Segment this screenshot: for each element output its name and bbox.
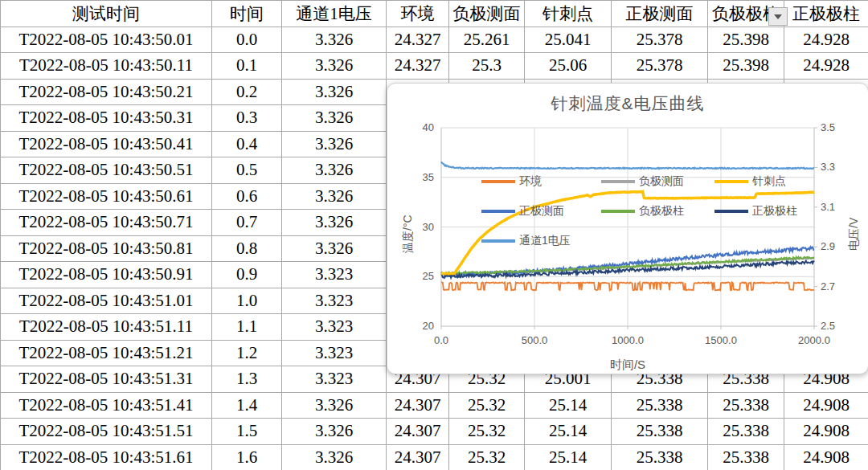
legend-item[interactable]: 正极测面 (481, 204, 564, 219)
table-cell[interactable]: T2022-08-05 10:43:51.31 (1, 366, 212, 393)
table-cell[interactable]: 25.338 (612, 444, 708, 470)
table-cell[interactable]: 3.323 (282, 262, 387, 288)
table-cell[interactable]: 3.323 (282, 340, 387, 366)
legend-item[interactable]: 针刺点 (714, 174, 786, 189)
table-cell[interactable]: 24.908 (784, 392, 868, 419)
table-cell[interactable]: T2022-08-05 10:43:51.11 (1, 314, 212, 341)
table-cell[interactable]: 24.307 (387, 392, 449, 419)
table-cell[interactable]: 24.327 (387, 27, 449, 53)
table-cell[interactable]: 1.3 (212, 366, 282, 393)
embedded-chart[interactable]: 针刺温度&电压曲线 温度/°C 电压/V 时间/S 40353025203.53… (387, 83, 868, 374)
legend-item[interactable]: 环境 (481, 174, 542, 189)
column-header[interactable]: 测试时间 (1, 1, 212, 27)
table-cell[interactable]: T2022-08-05 10:43:50.41 (1, 131, 212, 157)
table-cell[interactable]: T2022-08-05 10:43:50.61 (1, 183, 212, 210)
table-cell[interactable]: 1.5 (212, 419, 282, 445)
table-cell[interactable]: 3.326 (282, 419, 387, 445)
table-cell[interactable]: 3.326 (282, 444, 387, 470)
table-cell[interactable]: 1.4 (212, 392, 282, 419)
column-header[interactable]: 时间 (212, 1, 282, 27)
table-cell[interactable]: T2022-08-05 10:43:50.11 (1, 53, 212, 80)
legend-line-marker (481, 180, 515, 183)
table-cell[interactable]: 25.14 (525, 419, 612, 445)
column-header[interactable]: 正极测面 (612, 1, 708, 27)
table-cell[interactable]: T2022-08-05 10:43:50.51 (1, 157, 212, 184)
table-cell[interactable]: 24.928 (784, 27, 868, 53)
table-cell[interactable]: 25.32 (449, 444, 525, 470)
table-cell[interactable]: 3.326 (282, 131, 387, 157)
table-cell[interactable]: T2022-08-05 10:43:51.51 (1, 419, 212, 445)
legend-item[interactable]: 负极测面 (601, 174, 684, 189)
table-cell[interactable]: 24.307 (387, 444, 449, 470)
column-header[interactable]: 环境 (387, 1, 449, 27)
legend-item[interactable]: 正极极柱 (714, 204, 797, 219)
table-cell[interactable]: T2022-08-05 10:43:50.71 (1, 210, 212, 236)
table-cell[interactable]: 1.6 (212, 444, 282, 470)
table-cell[interactable]: T2022-08-05 10:43:50.31 (1, 105, 212, 132)
table-cell[interactable]: 25.398 (708, 27, 784, 53)
table-cell[interactable]: 25.14 (525, 444, 612, 470)
table-cell[interactable]: 0.0 (212, 27, 282, 53)
table-cell[interactable]: 3.326 (282, 210, 387, 236)
column-filter-button[interactable] (768, 7, 788, 26)
legend-item[interactable]: 通道1电压 (481, 234, 571, 248)
table-cell[interactable]: 25.338 (708, 444, 784, 470)
table-cell[interactable]: 1.2 (212, 340, 282, 366)
table-cell[interactable]: 3.326 (282, 53, 387, 80)
table-cell[interactable]: 24.928 (784, 53, 868, 80)
table-cell[interactable]: 3.323 (282, 288, 387, 314)
table-cell[interactable]: 25.06 (525, 53, 612, 80)
table-cell[interactable]: 0.6 (212, 183, 282, 210)
table-cell[interactable]: 25.14 (525, 392, 612, 419)
table-cell[interactable]: 24.327 (387, 53, 449, 80)
table-cell[interactable]: 25.32 (449, 392, 525, 419)
table-cell[interactable]: 24.307 (387, 419, 449, 445)
y-axis-tick-left: 35 (399, 171, 434, 183)
table-cell[interactable]: T2022-08-05 10:43:50.81 (1, 235, 212, 262)
table-cell[interactable]: 0.9 (212, 262, 282, 288)
table-cell[interactable]: 3.323 (282, 366, 387, 393)
table-cell[interactable]: 0.8 (212, 235, 282, 262)
column-header[interactable]: 正极极柱 (784, 1, 868, 27)
table-cell[interactable]: 25.378 (612, 53, 708, 80)
table-cell[interactable]: T2022-08-05 10:43:50.01 (1, 27, 212, 53)
table-cell[interactable]: 25.398 (708, 53, 784, 80)
table-cell[interactable]: T2022-08-05 10:43:50.21 (1, 79, 212, 105)
table-cell[interactable]: 25.378 (612, 27, 708, 53)
table-cell[interactable]: 3.326 (282, 105, 387, 132)
table-cell[interactable]: T2022-08-05 10:43:51.21 (1, 340, 212, 366)
table-cell[interactable]: 24.908 (784, 444, 868, 470)
table-cell[interactable]: 25.3 (449, 53, 525, 80)
table-cell[interactable]: 3.326 (282, 79, 387, 105)
table-cell[interactable]: T2022-08-05 10:43:51.41 (1, 392, 212, 419)
table-cell[interactable]: 0.7 (212, 210, 282, 236)
table-cell[interactable]: 24.908 (784, 419, 868, 445)
table-cell[interactable]: 3.326 (282, 183, 387, 210)
table-cell[interactable]: 3.326 (282, 157, 387, 184)
table-cell[interactable]: 0.2 (212, 79, 282, 105)
table-cell[interactable]: 3.326 (282, 235, 387, 262)
table-cell[interactable]: 1.0 (212, 288, 282, 314)
table-cell[interactable]: 25.338 (708, 392, 784, 419)
table-cell[interactable]: T2022-08-05 10:43:51.01 (1, 288, 212, 314)
column-header[interactable]: 通道1电压 (282, 1, 387, 27)
table-cell[interactable]: 25.261 (449, 27, 525, 53)
table-cell[interactable]: 25.338 (708, 419, 784, 445)
table-cell[interactable]: 25.32 (449, 419, 525, 445)
table-cell[interactable]: 0.3 (212, 105, 282, 132)
table-cell[interactable]: 3.323 (282, 314, 387, 341)
table-cell[interactable]: 25.338 (612, 419, 708, 445)
column-header[interactable]: 负极测面 (449, 1, 525, 27)
table-cell[interactable]: 3.326 (282, 27, 387, 53)
table-cell[interactable]: 0.1 (212, 53, 282, 80)
table-cell[interactable]: T2022-08-05 10:43:51.61 (1, 444, 212, 470)
legend-item[interactable]: 负极极柱 (601, 204, 684, 219)
table-cell[interactable]: 25.041 (525, 27, 612, 53)
table-cell[interactable]: 3.326 (282, 392, 387, 419)
column-header[interactable]: 针刺点 (525, 1, 612, 27)
table-cell[interactable]: 25.338 (612, 392, 708, 419)
table-cell[interactable]: T2022-08-05 10:43:50.91 (1, 262, 212, 288)
table-cell[interactable]: 1.1 (212, 314, 282, 341)
table-cell[interactable]: 0.5 (212, 157, 282, 184)
table-cell[interactable]: 0.4 (212, 131, 282, 157)
